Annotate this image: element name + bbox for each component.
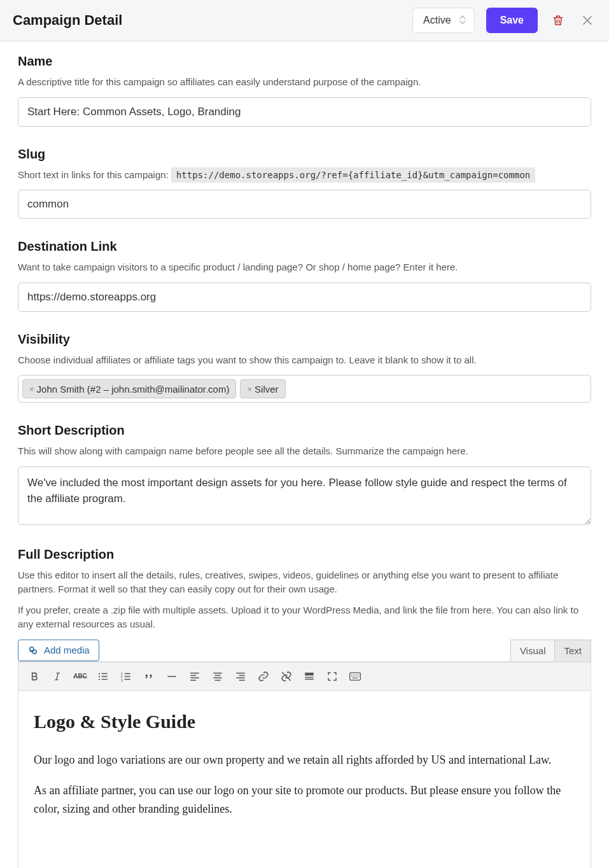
slug-url-preview: https://demo.storeapps.org/?ref={affilia… [171, 167, 535, 183]
hr-button[interactable] [161, 666, 183, 687]
content-paragraph: As an affiliate partner, you can use our… [34, 781, 575, 818]
bold-button[interactable] [24, 666, 45, 687]
status-select[interactable]: Active [412, 8, 475, 33]
editor-body[interactable]: Logo & Style Guide Our logo and logo var… [18, 691, 591, 869]
align-center-icon [212, 671, 223, 682]
visibility-input[interactable]: ×John Smith (#2 – john.smith@mailinator.… [18, 375, 591, 403]
name-label: Name [18, 54, 591, 69]
fullscreen-button[interactable] [321, 666, 343, 687]
status-value: Active [423, 15, 451, 25]
svg-point-2 [99, 675, 100, 676]
save-button[interactable]: Save [486, 8, 538, 33]
tab-text[interactable]: Text [554, 640, 591, 661]
numbered-list-icon: 123 [120, 671, 132, 682]
short-desc-input[interactable] [18, 466, 591, 525]
short-desc-label: Short Description [18, 423, 591, 438]
align-left-icon [189, 671, 200, 682]
link-icon [258, 671, 269, 682]
destination-input[interactable] [18, 283, 591, 312]
align-left-button[interactable] [184, 666, 206, 687]
tag-remove-icon[interactable]: × [29, 384, 34, 394]
page-header: Campaign Detail Active Save [0, 0, 609, 41]
link-button[interactable] [253, 666, 274, 687]
strikethrough-icon: ABC [73, 673, 87, 680]
fullscreen-icon [326, 671, 338, 682]
slug-input[interactable] [18, 190, 591, 219]
svg-text:3: 3 [121, 678, 123, 682]
name-help: A descriptive title for this campaign so… [18, 75, 591, 90]
slug-help: Short text in links for this campaign: h… [18, 168, 591, 183]
svg-point-1 [99, 673, 100, 674]
field-visibility: Visibility Choose individual affiliates … [18, 332, 591, 403]
visibility-tag[interactable]: ×John Smith (#2 – john.smith@mailinator.… [22, 379, 236, 398]
content-paragraph: Our logo and logo variations are our own… [34, 751, 575, 769]
italic-button[interactable] [46, 666, 68, 687]
unlink-button[interactable] [276, 666, 297, 687]
field-slug: Slug Short text in links for this campai… [18, 147, 591, 220]
header-actions: Active Save [412, 8, 596, 33]
bullet-list-icon [97, 671, 109, 682]
toolbar-toggle-button[interactable] [344, 666, 366, 687]
visibility-label: Visibility [18, 332, 591, 347]
field-name: Name A descriptive title for this campai… [18, 54, 591, 127]
keyboard-icon [349, 671, 361, 682]
full-desc-help1: Use this editor to insert all the detail… [18, 568, 591, 597]
tab-visual[interactable]: Visual [510, 640, 555, 661]
close-button[interactable] [578, 11, 596, 29]
close-icon [581, 14, 594, 27]
numbered-list-button[interactable]: 123 [115, 666, 137, 687]
align-right-button[interactable] [230, 666, 251, 687]
full-desc-label: Full Description [18, 547, 591, 562]
align-right-icon [235, 671, 246, 682]
destination-help: Want to take campaign visitors to a spec… [18, 260, 591, 275]
italic-icon [52, 671, 62, 682]
slug-label: Slug [18, 147, 591, 162]
editor-container: Logo & Style Guide Our logo and logo var… [18, 691, 591, 869]
svg-point-3 [99, 678, 100, 680]
align-center-button[interactable] [207, 666, 228, 687]
chevron-updown-icon [459, 15, 466, 26]
trash-icon [552, 14, 564, 27]
add-media-button[interactable]: Add media [18, 640, 99, 661]
field-full-description: Full Description Use this editor to inse… [18, 547, 591, 869]
visibility-tag[interactable]: ×Silver [240, 379, 285, 398]
strikethrough-button[interactable]: ABC [69, 666, 91, 687]
media-icon [27, 645, 39, 656]
delete-button[interactable] [549, 11, 567, 29]
form-content: Name A descriptive title for this campai… [0, 41, 609, 868]
field-destination: Destination Link Want to take campaign v… [18, 239, 591, 312]
readmore-button[interactable] [298, 666, 320, 687]
page-title: Campaign Detail [13, 12, 122, 29]
editor-tabs: Visual Text [510, 640, 591, 661]
bullet-list-button[interactable] [92, 666, 114, 687]
horizontal-rule-icon [166, 671, 178, 682]
field-short-description: Short Description This will show along w… [18, 423, 591, 527]
name-input[interactable] [18, 97, 591, 127]
bold-icon [29, 671, 39, 682]
svg-rect-7 [305, 673, 314, 676]
short-desc-help: This will show along with campaign name … [18, 444, 591, 459]
unlink-icon [281, 671, 292, 682]
content-heading: Logo & Style Guide [34, 706, 575, 737]
full-desc-help2: If you prefer, create a .zip file with m… [18, 603, 591, 632]
tag-remove-icon[interactable]: × [247, 384, 252, 394]
quote-icon [143, 671, 155, 682]
destination-label: Destination Link [18, 239, 591, 254]
readmore-icon [304, 671, 315, 682]
blockquote-button[interactable] [138, 666, 160, 687]
editor-toolbar: ABC 123 [18, 662, 591, 691]
visibility-help: Choose individual affiliates or affiliat… [18, 353, 591, 368]
